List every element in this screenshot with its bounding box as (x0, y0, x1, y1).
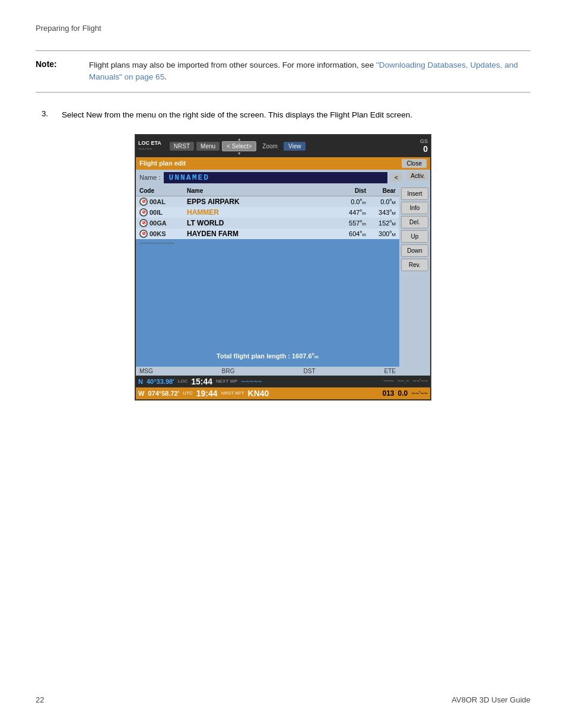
rev-button[interactable]: Rev. (401, 259, 428, 271)
ete-val-2: ~~'~~ (411, 390, 428, 397)
wavy-line: ~~~~~~~~~~ (136, 239, 399, 248)
nrst-button[interactable]: NRST (170, 142, 194, 151)
dst-val-1: ~~.~ (397, 378, 409, 384)
zoom-label: Zoom (259, 142, 281, 151)
tilde-row: ~~·~~ (138, 146, 165, 152)
loc-label: LOC (178, 379, 187, 384)
row-bear-2: 343nM (366, 208, 396, 216)
up-button[interactable]: Up (401, 230, 428, 243)
select-btn-wrapper: ▲ < Select> ▼ (222, 137, 256, 155)
row-code-4: ⊘ 00KS (139, 230, 187, 238)
col-bear: Bear (366, 187, 396, 194)
code-text-3: 00GA (150, 220, 167, 227)
fp-body: Code Name Dist Bear ⊘ 00AL EPPS AIRPARK … (136, 186, 430, 376)
table-row[interactable]: ⊘ 00GA LT WORLD 557nm 152nM (136, 218, 399, 228)
gps-coord-1: 40°33.98' (147, 378, 174, 385)
table-row[interactable]: ⊘ 00IL HAMMER 447nm 343nM (136, 207, 399, 218)
wp-icon-1: ⊘ (139, 198, 148, 206)
wp-icon-2: ⊘ (139, 208, 148, 217)
next-wp-label: NEXT WP (216, 379, 237, 384)
page-header: Preparing for Flight (36, 24, 530, 33)
wp-icon-4: ⊘ (139, 230, 148, 238)
row-dist-2: 447nm (330, 208, 366, 216)
gps-bottom: N 40°33.98' LOC 15:44 NEXT WP ~~~~~ ~~~ … (136, 376, 430, 399)
row-code-3: ⊘ 00GA (139, 219, 187, 227)
row-bear-1: 0.0nM (366, 198, 396, 205)
gps-coord-2: 074°58.72' (148, 390, 179, 397)
row-code-1: ⊘ 00AL (139, 198, 187, 206)
gps-row-2: W 074°58.72' UTC 19:44 NRST APT KN40 013… (136, 387, 430, 399)
fp-edit-header: Flight plan edit Close (136, 157, 430, 170)
top-nav-bar: LOC ETA ~~·~~ NRST Menu ▲ < Select> ▼ Zo… (136, 135, 430, 157)
col-code: Code (139, 187, 187, 194)
view-button[interactable]: View (284, 142, 306, 151)
table-row[interactable]: ⊘ 00KS HAYDEN FARM 604nm 300nM (136, 228, 399, 239)
table-row[interactable]: ⊘ 00AL EPPS AIRPARK 0.0nm 0.0nM (136, 196, 399, 207)
gps-direction-2: W (138, 390, 144, 397)
name-input[interactable]: UNNAMED (164, 172, 387, 183)
insert-button[interactable]: Insert (401, 187, 428, 200)
bear-sub-1: M (392, 200, 396, 205)
dst-val-2: 0.0 (398, 389, 408, 398)
code-text-1: 00AL (150, 198, 166, 205)
ete-label: ETE (384, 368, 396, 374)
utc-label: UTC (183, 390, 192, 396)
name-arrow-button[interactable]: < (391, 173, 402, 182)
step-text: Select New from the menu on the right si… (62, 109, 412, 121)
gs-value: 0 (420, 144, 428, 154)
row-name-1: EPPS AIRPARK (187, 198, 330, 206)
fp-title: Flight plan edit (139, 160, 186, 167)
note-text-after: . (164, 72, 167, 81)
row-name-3: LT WORLD (187, 219, 330, 227)
nrst-apt-label: NRST APT (221, 390, 244, 396)
loc-eta-label: LOC ETA (138, 140, 161, 146)
select-button[interactable]: < Select> (222, 141, 256, 151)
brg-val-2: 013 (382, 389, 394, 398)
blue-content-area: Total flight plan length : 1607.6nm (136, 248, 399, 367)
dst-label: DST (304, 368, 316, 374)
row-name-4: HAYDEN FARM (187, 230, 330, 238)
gps-row-1: N 40°33.98' LOC 15:44 NEXT WP ~~~~~ ~~~ … (136, 376, 430, 387)
row-dist-4: 604nm (330, 230, 366, 237)
name-label: Name : (139, 174, 160, 181)
table-header: Code Name Dist Bear (136, 186, 399, 196)
page-number: 22 (36, 695, 44, 704)
close-button[interactable]: Close (402, 159, 427, 168)
down-button[interactable]: Down (401, 244, 428, 257)
msg-label: MSG (139, 368, 153, 374)
gps-direction-1: N (138, 378, 143, 385)
brg-label: BRG (222, 368, 235, 374)
fp-name-row: Name : UNNAMED < (136, 170, 405, 186)
wp-icon-3: ⊘ (139, 219, 148, 227)
col-name: Name (187, 187, 330, 194)
gs-block: GS 0 (420, 138, 428, 154)
del-button[interactable]: Del. (401, 216, 428, 228)
info-button[interactable]: Info (401, 202, 428, 214)
name-row-wrapper: Name : UNNAMED < Activ. (136, 170, 430, 186)
loc-eta-block: LOC ETA ~~·~~ (138, 140, 165, 152)
gps-time-2: 19:44 (196, 389, 218, 398)
brg-val-1: ~~~ (383, 378, 394, 384)
code-text-4: 00KS (150, 230, 166, 237)
ete-val-1: ~~'~~ (413, 378, 428, 384)
row-dist-1: 0.0nm (330, 198, 366, 205)
code-text-2: 00IL (150, 209, 163, 216)
fp-table-wrapper: Code Name Dist Bear ⊘ 00AL EPPS AIRPARK … (136, 186, 399, 376)
step-3: 3. Select New from the menu on the right… (36, 109, 530, 121)
menu-button[interactable]: Menu (196, 142, 220, 151)
activ-button[interactable]: Activ. (407, 171, 428, 180)
col-dist: Dist (330, 187, 366, 194)
page-footer: 22 AV8OR 3D User Guide (0, 684, 566, 716)
guide-title: AV8OR 3D User Guide (451, 695, 530, 704)
device-screen: LOC ETA ~~·~~ NRST Menu ▲ < Select> ▼ Zo… (135, 134, 431, 400)
row-bear-4: 300nM (366, 230, 396, 237)
row-name-2: HAMMER (187, 208, 330, 217)
row-bear-3: 152nM (366, 219, 396, 227)
wavy-1: ~~~~~ (241, 377, 262, 386)
total-length: Total flight plan length : 1607.6nm (217, 352, 319, 360)
note-label: Note: (36, 59, 77, 84)
gs-label: GS (420, 138, 428, 144)
row-dist-3: 557nm (330, 219, 366, 227)
row-code-2: ⊘ 00IL (139, 208, 187, 217)
status-bar: MSG BRG DST ETE (136, 367, 399, 376)
